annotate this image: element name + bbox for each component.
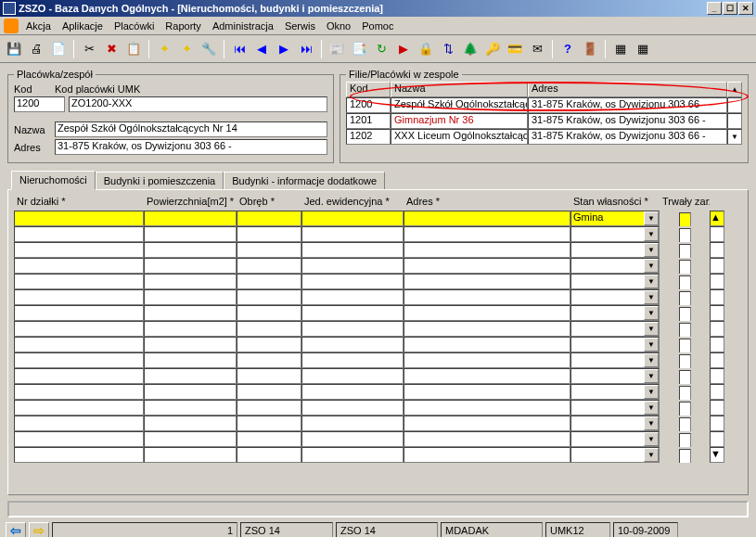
- cell-stan[interactable]: ▼: [570, 321, 660, 337]
- filie-scroll-up-icon[interactable]: ▲: [727, 82, 742, 97]
- tb-arrows-icon[interactable]: ⇅: [438, 39, 458, 59]
- tb-next-icon[interactable]: ▶: [274, 39, 294, 59]
- tb-help-icon[interactable]: ?: [557, 39, 578, 59]
- cell-obreb[interactable]: [237, 384, 301, 400]
- grid-scroll-track[interactable]: [710, 242, 724, 258]
- nazwa-field[interactable]: Zespół Szkół Ogólnokształcących Nr 14: [55, 121, 327, 137]
- cell-obreb[interactable]: [237, 416, 301, 431]
- filie-scroll-down-icon[interactable]: ▼: [727, 129, 742, 145]
- grid-scroll-track[interactable]: [710, 416, 724, 431]
- checkbox[interactable]: [679, 433, 691, 447]
- tab-budynki-dodatkowe[interactable]: Budynki - informacje dodatkowe: [224, 172, 385, 189]
- menu-okno[interactable]: Okno: [327, 20, 351, 32]
- cell-jed-ewid[interactable]: [301, 384, 404, 400]
- cell-stan[interactable]: ▼: [570, 226, 660, 242]
- cell-trwaly[interactable]: [660, 384, 710, 400]
- cell-powierzchnia[interactable]: [144, 242, 237, 258]
- cell-nr-dzialki[interactable]: [14, 400, 144, 416]
- cell-stan[interactable]: ▼: [570, 447, 660, 463]
- cell-obreb[interactable]: [237, 337, 301, 352]
- cell-stan[interactable]: ▼: [570, 274, 660, 289]
- umk-field[interactable]: ZO1200-XXX: [69, 96, 327, 112]
- cell-jed-ewid[interactable]: [301, 289, 404, 305]
- checkbox[interactable]: [679, 370, 691, 384]
- cell-trwaly[interactable]: [660, 337, 710, 352]
- filie-scroll-track[interactable]: [727, 97, 742, 113]
- grid-row[interactable]: ▼: [14, 400, 742, 416]
- cell-powierzchnia[interactable]: [144, 400, 237, 416]
- dropdown-icon[interactable]: ▼: [644, 338, 659, 352]
- cell-powierzchnia[interactable]: [144, 321, 237, 337]
- checkbox[interactable]: [679, 402, 691, 416]
- cell-jed-ewid[interactable]: [301, 416, 404, 431]
- cell-obreb[interactable]: [237, 242, 301, 258]
- cell-jed-ewid[interactable]: [301, 352, 404, 368]
- cell-trwaly[interactable]: [660, 305, 710, 321]
- tb-tree-icon[interactable]: 🌲: [460, 39, 481, 59]
- cell-adres[interactable]: [404, 258, 570, 274]
- cell-stan[interactable]: Gmina▼: [570, 211, 660, 226]
- tb-spark1-icon[interactable]: ✦: [154, 39, 174, 59]
- cell-trwaly[interactable]: [660, 321, 710, 337]
- grid-row[interactable]: ▼: [14, 368, 742, 384]
- cell-jed-ewid[interactable]: [301, 274, 404, 289]
- filie-h-adres[interactable]: Adres: [528, 82, 727, 97]
- cell-adres[interactable]: [404, 416, 570, 431]
- checkbox[interactable]: [679, 291, 691, 305]
- grid-row[interactable]: Gmina▼▲: [14, 211, 742, 226]
- cell-stan[interactable]: ▼: [570, 289, 660, 305]
- cell-trwaly[interactable]: [660, 258, 710, 274]
- grid-scroll-track[interactable]: ▲: [710, 211, 724, 226]
- tab-nieruchomosci[interactable]: Nieruchomości: [11, 171, 96, 190]
- grid-row[interactable]: ▼: [14, 321, 742, 337]
- filie-h-kod[interactable]: Kod: [346, 82, 391, 97]
- cell-powierzchnia[interactable]: [144, 211, 237, 226]
- tb-grid2-icon[interactable]: ▦: [633, 39, 653, 59]
- checkbox[interactable]: [679, 386, 691, 400]
- cell-stan[interactable]: ▼: [570, 258, 660, 274]
- tb-key-icon[interactable]: 🔑: [482, 39, 503, 59]
- grid-row[interactable]: ▼: [14, 289, 742, 305]
- grid-row[interactable]: ▼: [14, 274, 742, 289]
- menu-akcja[interactable]: Akcja: [26, 20, 51, 32]
- adres-field[interactable]: 31-875 Kraków, os Dywizjonu 303 66 -: [55, 139, 327, 155]
- filie-row[interactable]: 1202 XXX Liceum Ogólnokształcące 31-875 …: [346, 129, 742, 145]
- cell-powierzchnia[interactable]: [144, 431, 237, 447]
- cell-trwaly[interactable]: [660, 226, 710, 242]
- cell-jed-ewid[interactable]: [301, 258, 404, 274]
- dropdown-icon[interactable]: ▼: [644, 432, 659, 446]
- cell-nr-dzialki[interactable]: [14, 305, 144, 321]
- menu-placowki[interactable]: Placówki: [114, 20, 154, 32]
- grid-scroll-track[interactable]: [710, 274, 724, 289]
- dropdown-icon[interactable]: ▼: [644, 385, 659, 399]
- grid-row[interactable]: ▼: [14, 431, 742, 447]
- gh-powierzchnia[interactable]: Powierzchnia[m2] *: [144, 196, 237, 211]
- checkbox[interactable]: [679, 260, 691, 274]
- cell-powierzchnia[interactable]: [144, 289, 237, 305]
- tb-last-icon[interactable]: ⏭: [296, 39, 316, 59]
- cell-adres[interactable]: [404, 305, 570, 321]
- cell-stan[interactable]: ▼: [570, 384, 660, 400]
- cell-powierzchnia[interactable]: [144, 447, 237, 463]
- cell-powierzchnia[interactable]: [144, 274, 237, 289]
- cell-obreb[interactable]: [237, 352, 301, 368]
- grid-scroll-track[interactable]: [710, 400, 724, 416]
- minimize-button[interactable]: _: [707, 2, 722, 15]
- grid-scroll-track[interactable]: [710, 352, 724, 368]
- menu-aplikacje[interactable]: Aplikacje: [62, 20, 103, 32]
- cell-trwaly[interactable]: [660, 211, 710, 226]
- cell-stan[interactable]: ▼: [570, 305, 660, 321]
- cell-nr-dzialki[interactable]: [14, 352, 144, 368]
- grid-scroll-track[interactable]: [710, 289, 724, 305]
- cell-nr-dzialki[interactable]: [14, 337, 144, 352]
- cell-nr-dzialki[interactable]: [14, 211, 144, 226]
- cell-nr-dzialki[interactable]: [14, 321, 144, 337]
- cell-trwaly[interactable]: [660, 274, 710, 289]
- cell-adres[interactable]: [404, 242, 570, 258]
- grid-row[interactable]: ▼: [14, 352, 742, 368]
- cell-obreb[interactable]: [237, 305, 301, 321]
- cell-obreb[interactable]: [237, 447, 301, 463]
- cell-jed-ewid[interactable]: [301, 431, 404, 447]
- menu-serwis[interactable]: Serwis: [285, 20, 315, 32]
- dropdown-icon[interactable]: ▼: [644, 243, 659, 257]
